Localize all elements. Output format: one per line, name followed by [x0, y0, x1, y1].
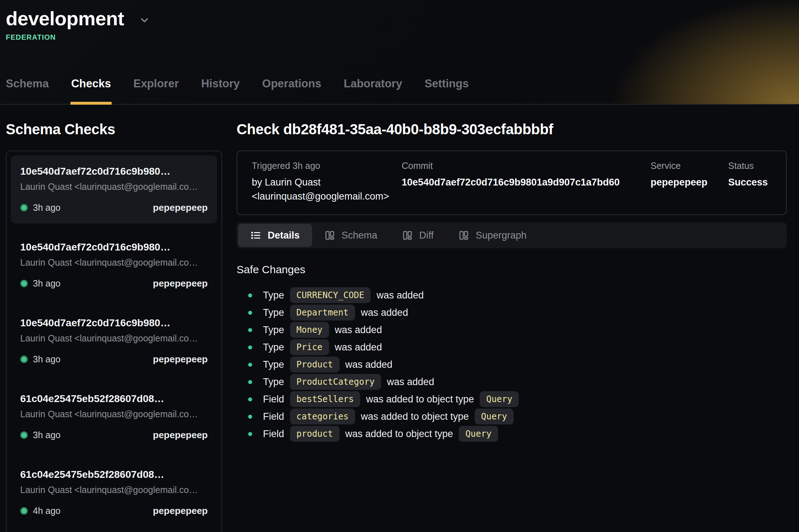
check-list-item[interactable]: 10e540d7aef72c0d716c9b980… Laurin Quast …: [11, 156, 217, 223]
commit-label: Commit: [402, 161, 651, 171]
change-code-chip: ProductCategory: [290, 374, 381, 390]
columns-icon: [402, 230, 413, 241]
view-tab-supergraph[interactable]: Supergraph: [446, 224, 539, 247]
check-id: 10e540d7aef72c0d716c9b980…: [20, 166, 208, 177]
change-rest: was added: [376, 290, 424, 301]
service-label: Service: [651, 161, 728, 171]
commit-hash: 10e540d7aef72c0d716c9b9801a9d907c1a7bd60: [402, 175, 651, 189]
view-tab-label: Supergraph: [476, 230, 527, 241]
tab-laboratory[interactable]: Laboratory: [343, 77, 403, 104]
change-row: Type Price was added: [237, 339, 787, 356]
view-tab-details[interactable]: Details: [238, 224, 312, 247]
triggered-by-line2: <laurinquast@googlemail.com>: [252, 189, 402, 204]
change-row: Type ProductCategory was added: [237, 373, 787, 391]
change-target-chip: Query: [480, 391, 519, 407]
check-author: Laurin Quast <laurinquast@googlemail.co…: [20, 485, 208, 495]
change-prefix: Type: [263, 324, 284, 336]
checks-list: 10e540d7aef72c0d716c9b980… Laurin Quast …: [6, 151, 222, 532]
safe-changes-title: Safe Changes: [237, 263, 787, 276]
check-time: 3h ago: [33, 202, 60, 213]
check-service: pepepepeep: [153, 278, 208, 289]
sidebar-title: Schema Checks: [6, 121, 231, 138]
check-service: pepepepeep: [153, 202, 208, 213]
change-row: Type CURRENCY_CODE was added: [237, 287, 787, 304]
list-icon: [250, 230, 261, 241]
change-row: Type Product was added: [237, 356, 787, 373]
change-row: Field product was added to object type Q…: [237, 425, 787, 442]
check-time: 3h ago: [33, 430, 60, 440]
project-title: development: [6, 7, 124, 30]
bullet-icon: [248, 293, 252, 297]
check-author: Laurin Quast <laurinquast@googlemail.co…: [20, 409, 208, 419]
change-prefix: Type: [263, 342, 284, 353]
bullet-icon: [248, 311, 252, 315]
status-dot-icon: [20, 356, 28, 363]
status-dot-icon: [20, 204, 28, 212]
main-nav-tabs: Schema Checks Explorer History Operation…: [5, 77, 470, 104]
change-code-chip: Price: [290, 339, 329, 355]
check-list-item[interactable]: 61c04e25475eb52f28607d08… Laurin Quast <…: [11, 459, 217, 527]
change-rest: was added: [361, 307, 408, 318]
bullet-icon: [248, 432, 252, 436]
check-author: Laurin Quast <laurinquast@googlemail.co…: [20, 182, 208, 192]
tab-checks[interactable]: Checks: [70, 77, 112, 104]
change-rest: was added: [345, 359, 393, 370]
change-code-chip: categories: [290, 409, 355, 424]
chevron-down-icon[interactable]: [139, 14, 150, 26]
check-id: 10e540d7aef72c0d716c9b980…: [20, 317, 208, 329]
check-detail-title: Check db28f481-35aa-40b0-b8b9-303ecfabbb…: [237, 121, 787, 138]
schema-checks-sidebar: Schema Checks 10e540d7aef72c0d716c9b980……: [0, 105, 231, 532]
status-label: Status: [728, 161, 772, 171]
change-prefix: Type: [263, 307, 284, 318]
check-time: 3h ago: [33, 354, 60, 365]
check-service: pepepepeep: [153, 354, 208, 365]
view-tab-label: Schema: [342, 230, 377, 241]
bullet-icon: [248, 380, 252, 384]
change-prefix: Type: [263, 376, 284, 388]
change-rest: was added: [335, 342, 382, 353]
check-meta-box: Triggered 3h ago by Laurin Quast <laurin…: [237, 151, 787, 215]
tab-explorer[interactable]: Explorer: [133, 77, 180, 104]
tab-schema[interactable]: Schema: [5, 77, 49, 104]
change-target-chip: Query: [475, 409, 514, 424]
service-name: pepepepeep: [651, 175, 728, 189]
tab-history[interactable]: History: [200, 77, 241, 104]
status-dot-icon: [20, 431, 28, 439]
tab-operations[interactable]: Operations: [262, 77, 322, 104]
triggered-by-line1: by Laurin Quast: [252, 175, 402, 189]
check-detail-pane: Check db28f481-35aa-40b0-b8b9-303ecfabbb…: [231, 105, 799, 442]
tab-settings[interactable]: Settings: [424, 77, 469, 104]
change-prefix: Field: [263, 428, 284, 440]
change-rest: was added: [387, 376, 434, 388]
change-prefix: Field: [263, 411, 284, 422]
check-list-item[interactable]: 61c04e25475eb52f28607d08… Laurin Quast <…: [11, 383, 217, 451]
change-code-chip: product: [290, 426, 340, 442]
check-service: pepepepeep: [153, 429, 208, 441]
change-code-chip: CURRENCY_CODE: [290, 287, 371, 303]
change-row: Type Money was added: [237, 321, 787, 339]
status-dot-icon: [20, 507, 28, 515]
change-rest: was added to object type: [361, 411, 469, 422]
status-dot-icon: [20, 280, 28, 287]
project-header: development FEDERATION Schema Checks Exp…: [0, 0, 799, 105]
check-author: Laurin Quast <laurinquast@googlemail.co…: [20, 257, 208, 268]
view-tab-diff[interactable]: Diff: [390, 224, 446, 247]
change-code-chip: Product: [290, 357, 340, 372]
change-code-chip: Money: [290, 322, 329, 338]
bullet-icon: [248, 345, 252, 349]
view-tab-schema[interactable]: Schema: [312, 224, 390, 247]
columns-icon: [458, 230, 469, 241]
check-list-item[interactable]: 10e540d7aef72c0d716c9b980… Laurin Quast …: [11, 231, 217, 299]
check-id: 10e540d7aef72c0d716c9b980…: [20, 241, 208, 253]
change-row: Field bestSellers was added to object ty…: [237, 391, 787, 408]
check-id: 61c04e25475eb52f28607d08…: [20, 393, 208, 405]
view-tab-label: Details: [268, 230, 300, 241]
change-rest: was added to object type: [345, 428, 453, 440]
columns-icon: [324, 230, 335, 241]
bullet-icon: [248, 397, 252, 401]
view-tab-label: Diff: [419, 230, 434, 241]
triggered-label: Triggered 3h ago: [252, 161, 402, 171]
check-list-item[interactable]: 10e540d7aef72c0d716c9b980… Laurin Quast …: [11, 307, 217, 375]
change-row: Type Department was added: [237, 304, 787, 321]
change-prefix: Type: [263, 290, 284, 301]
